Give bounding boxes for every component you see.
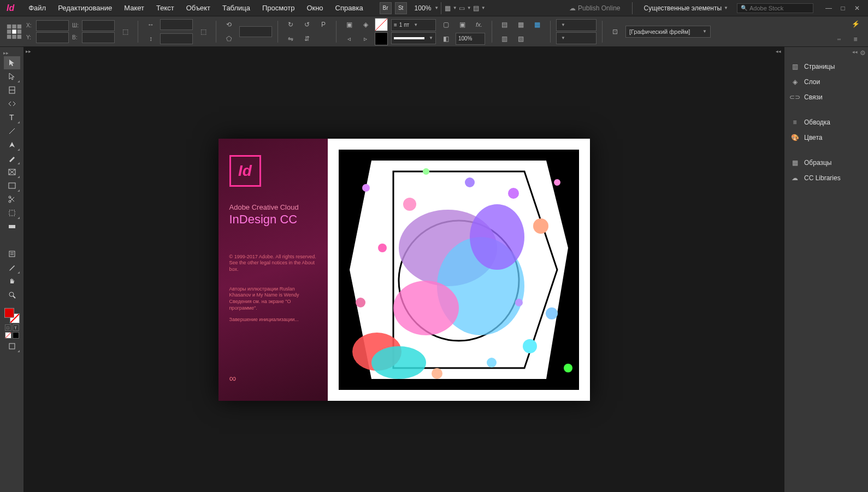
rectangle-frame-tool[interactable] [4,165,20,179]
panel-layers[interactable]: ◈ Слои [784,74,868,90]
view-options-button[interactable]: ▦▼ [444,2,458,15]
constrain-scale-icon[interactable]: ⬚ [196,25,210,38]
flip-h-icon[interactable]: ⇋ [284,32,298,45]
search-stock[interactable]: 🔍 [737,3,813,13]
gap-tool[interactable] [4,97,20,110]
height-input[interactable] [82,32,115,43]
note-tool[interactable] [4,247,20,260]
frame-fit-icon[interactable]: ⊡ [608,25,622,38]
menu-edit[interactable]: Редактирование [52,2,117,14]
text-wrap-none-icon[interactable]: ▤ [498,18,512,31]
rotate-cw-icon[interactable]: ↻ [284,18,298,31]
menu-window[interactable]: Окно [301,2,328,14]
select-prev-icon[interactable]: ◃ [342,32,356,45]
panel-links[interactable]: ⊂⊃ Связи [784,90,868,105]
zoom-level[interactable]: 100% ▼ [415,4,439,12]
publish-online-button[interactable]: ☁ Publish Online [564,3,625,14]
flip-v-icon[interactable]: ⇵ [300,32,314,45]
panel-menu-icon[interactable]: ≡ [848,33,863,46]
fill-stroke-swatches[interactable] [4,308,20,323]
opacity-input[interactable]: 100% [456,33,485,45]
fx-icon[interactable]: fx. [472,18,486,31]
screen-mode-button[interactable]: ▭▼ [458,2,472,15]
search-input[interactable] [749,5,810,11]
maximize-button[interactable]: □ [836,3,849,14]
apply-none-icon[interactable] [5,332,11,339]
minimize-button[interactable]: — [822,3,835,14]
panel-swatches[interactable]: ▦ Образцы [784,155,868,170]
panel-color[interactable]: 🎨 Цвета [784,130,868,145]
view-mode-tool[interactable] [4,340,20,353]
auto-fit-icon[interactable]: ▢ [439,18,453,31]
expand-right-icon[interactable]: ◂◂ [776,49,782,55]
panel-cc-libraries[interactable]: ☁ CC Libraries [784,170,868,186]
collapse-tools-icon[interactable]: ▸▸ [0,50,9,56]
pencil-tool[interactable] [4,152,20,165]
hand-tool[interactable] [4,275,20,288]
panel-stroke[interactable]: ≡ Обводка [784,115,868,130]
page-tool[interactable] [4,84,20,97]
select-content-icon[interactable]: ◈ [358,18,373,31]
text-wrap-shape-icon[interactable]: ▦ [530,18,545,31]
align-panel-icon[interactable]: ▫▫ [832,33,846,46]
rotate-ccw-icon[interactable]: ↺ [300,18,314,31]
quick-apply-icon[interactable]: ⚡ [848,17,863,31]
close-button[interactable]: ✕ [851,3,864,14]
line-tool[interactable] [4,125,20,138]
flip-text-icon[interactable]: P [316,18,330,31]
menu-table[interactable]: Таблица [217,2,256,14]
constrain-icon[interactable]: ⬚ [118,25,132,38]
gear-icon[interactable]: ⚙ [860,49,866,57]
select-container-icon[interactable]: ▣ [342,18,356,31]
object-style-select[interactable]: [Графический фрейм] ▼ [625,26,711,38]
scale-y-input[interactable] [160,33,193,44]
expand-left-icon[interactable]: ▸▸ [26,49,32,55]
corner-size[interactable]: ▼ [556,32,597,44]
arrange-button[interactable]: ▤▼ [472,2,486,15]
selection-tool[interactable] [4,56,20,69]
corner-options[interactable]: ▼ [556,19,597,31]
fill-frame-icon[interactable]: ▣ [456,18,470,31]
rectangle-tool[interactable] [4,179,20,192]
stroke-style[interactable]: ▼ [391,32,436,44]
y-input[interactable] [36,32,69,43]
menu-layout[interactable]: Макет [119,2,150,14]
stock-button[interactable]: St [395,2,407,14]
type-tool[interactable]: T [4,111,20,124]
width-input[interactable] [82,20,115,31]
text-wrap-jump-icon[interactable]: ▥ [498,32,512,45]
zoom-tool[interactable] [4,288,20,301]
free-transform-tool[interactable] [4,206,20,220]
direct-selection-tool[interactable] [4,70,20,83]
fill-color-icon[interactable] [4,308,14,318]
stroke-weight[interactable]: ≡ 1 пт ▼ [391,19,436,31]
scale-x-input[interactable] [160,19,193,30]
x-input[interactable] [36,20,69,31]
reference-point-icon[interactable] [5,25,23,38]
panel-collapse-icon[interactable]: ◂◂ [852,49,858,57]
panel-pages[interactable]: ▥ Страницы [784,59,868,74]
apply-color-icon[interactable] [13,332,19,339]
rotate-icon[interactable]: ⟲ [222,18,236,31]
pen-tool[interactable] [4,138,20,151]
bridge-button[interactable]: Br [380,2,392,14]
menu-view[interactable]: Просмотр [257,2,300,14]
canvas[interactable]: ▸▸ ◂◂ Id Adobe Creative Cloud InDesign C… [24,47,784,492]
scissors-tool[interactable] [4,193,20,206]
scale-y-icon[interactable]: ↕ [144,32,158,45]
formatting-container-icon[interactable]: □ [5,324,11,331]
stroke-swatch[interactable] [375,32,388,45]
scale-x-icon[interactable]: ↔ [144,18,158,31]
opacity-icon[interactable]: ◧ [439,32,453,45]
formatting-text-icon[interactable]: T [13,324,19,331]
fill-swatch[interactable] [375,18,388,31]
menu-text[interactable]: Текст [151,2,180,14]
menu-file[interactable]: Файл [23,2,51,14]
gradient-swatch-tool[interactable] [4,220,20,233]
workspace-switcher[interactable]: Существенные элементы ▼ [639,3,733,14]
text-wrap-col-icon[interactable]: ▧ [514,32,528,45]
menu-help[interactable]: Справка [330,2,369,14]
select-next-icon[interactable]: ▹ [358,32,373,45]
shear-icon[interactable]: ⬠ [222,32,236,45]
text-wrap-bound-icon[interactable]: ▦ [514,18,528,31]
